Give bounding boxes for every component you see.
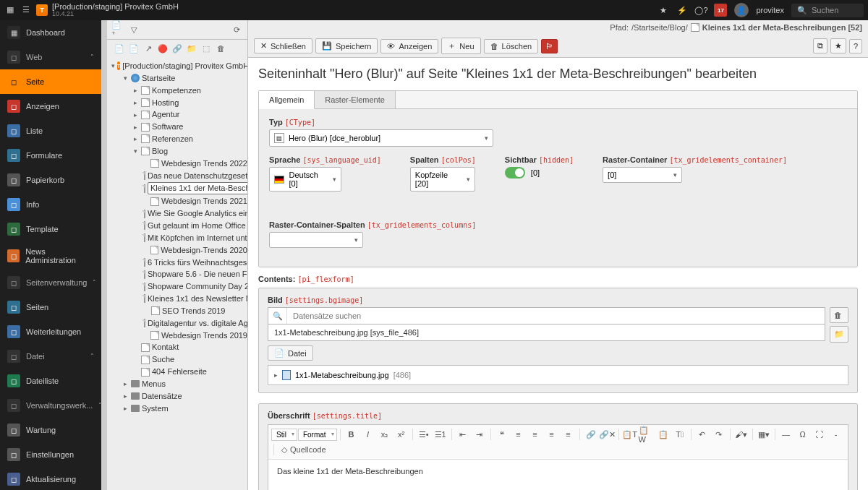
tree-node[interactable]: ▸Hosting — [109, 97, 247, 109]
italic-icon[interactable]: I — [360, 427, 376, 442]
toggle-icon[interactable]: ▸ — [132, 134, 139, 143]
align-right-icon[interactable]: ≡ — [544, 427, 560, 442]
module-group-datei[interactable]: ◻Datei˄ — [0, 344, 101, 369]
tree-node[interactable]: ▸Referenzen — [109, 133, 247, 145]
splitter[interactable] — [101, 20, 107, 490]
image-browse-button[interactable]: 📁 — [830, 326, 848, 343]
flash-icon[interactable]: ⚡ — [676, 4, 688, 16]
tree-node[interactable]: Webdesign Trends 2022 — [109, 158, 247, 170]
tree-node[interactable]: Webdesign Trends 2019 — [109, 330, 247, 342]
image-delete-button[interactable]: 🗑 — [830, 307, 848, 323]
module-item[interactable]: ◻Template — [0, 217, 101, 241]
star-icon[interactable]: ★ — [658, 4, 669, 16]
image-search[interactable]: 🔍 — [268, 307, 825, 324]
apps-icon[interactable]: ▦ — [4, 4, 16, 16]
tree-node[interactable]: Wie Sie Google Analytics einricht — [109, 207, 247, 220]
source-button[interactable]: ◇ Quellcode — [277, 442, 331, 457]
grid-container-select[interactable]: [0] — [603, 167, 682, 183]
tree-node[interactable]: ▸Datensätze — [109, 390, 247, 403]
quote-icon[interactable]: ❝ — [494, 427, 510, 442]
toggle-icon[interactable]: ▾ — [132, 147, 139, 155]
toggle-icon[interactable]: ▸ — [122, 379, 129, 388]
global-search[interactable]: 🔍 Suchen — [791, 4, 864, 17]
rte-style-select[interactable]: Stil — [271, 429, 297, 441]
tab-general[interactable]: Allgemein — [259, 91, 315, 109]
toggle-icon[interactable]: ▸ — [132, 123, 139, 132]
link-icon[interactable]: 🔗 — [583, 427, 599, 442]
remove-format-icon[interactable]: Tͯ — [672, 427, 688, 442]
module-item[interactable]: ◻News Administration — [0, 241, 101, 270]
toggle-icon[interactable]: ▸ — [122, 392, 129, 400]
module-item[interactable]: ◻Aktualisierung — [0, 467, 101, 490]
tree-new-icon[interactable]: 📄⁺ — [111, 23, 124, 36]
tree-node[interactable]: Shopware Community Day 2019 — [109, 280, 247, 293]
module-item[interactable]: ◻Weiterleitungen — [0, 319, 101, 344]
columns-select[interactable]: Kopfzeile [20] — [410, 167, 475, 192]
tab-grid[interactable]: Raster-Elemente — [315, 91, 396, 108]
tree-refresh-icon[interactable]: ⟳ — [230, 23, 243, 36]
rte-format-select[interactable]: Format — [298, 429, 337, 441]
table-icon[interactable]: ▦▾ — [756, 427, 772, 442]
help-icon[interactable]: ◯? — [695, 4, 707, 16]
tree-node[interactable]: Kontakt — [109, 341, 247, 353]
tree-node[interactable]: Shopware 5.6 - Die neuen Featur — [109, 268, 247, 280]
translation-button[interactable]: 🏳 — [541, 39, 558, 53]
image-file-value[interactable]: 1x1-Metabeschreibung.jpg [sys_file_486] — [268, 324, 825, 341]
paste-word-icon[interactable]: 📋W — [639, 427, 655, 442]
page-shortcut-icon[interactable]: ↗ — [142, 43, 155, 54]
tree-node[interactable]: Kleines 1x1 des Newsletter Mark — [109, 293, 247, 305]
tree-node[interactable]: ▾Blog — [109, 145, 247, 158]
page-backend-icon[interactable]: 📄 — [127, 43, 140, 54]
tree-node[interactable]: Suche — [109, 353, 247, 366]
toggle-icon[interactable]: ▸ — [132, 86, 139, 95]
tree-node[interactable]: ▸Kompetenzen — [109, 85, 247, 97]
paste-text-icon[interactable]: 📋T — [622, 427, 638, 442]
delete-button[interactable]: 🗑Löschen — [484, 39, 539, 53]
visible-toggle[interactable] — [505, 167, 525, 179]
tree-node[interactable]: ▸Menus — [109, 378, 247, 390]
save-button[interactable]: 💾Speichern — [315, 38, 378, 53]
outdent-icon[interactable]: ⇤ — [455, 427, 471, 442]
page-recycle-icon[interactable]: 🗑 — [214, 43, 227, 54]
tree-node[interactable]: Das neue Datenschutzgesetz: TT — [109, 170, 247, 182]
type-select[interactable]: ▤ Hero (Blur) [dce_heroblur] — [269, 129, 493, 147]
user-avatar-icon[interactable]: 👤 — [734, 3, 749, 17]
module-item[interactable]: ◻Liste — [0, 119, 101, 143]
username[interactable]: provitex — [756, 6, 784, 14]
toggle-icon[interactable]: ▸ — [132, 98, 139, 107]
tree-node[interactable]: Mit Köpfchen im Internet unterw — [109, 232, 247, 244]
hr-icon[interactable]: — — [778, 427, 794, 442]
module-item[interactable]: ◻Dateiliste — [0, 369, 101, 393]
rte-content[interactable]: Das kleine 1x1 der Meta-Beschreibungen — [268, 460, 848, 490]
unlink-icon[interactable]: 🔗✕ — [600, 427, 616, 442]
module-group-web[interactable]: ◻Web˄ — [0, 45, 101, 69]
bold-icon[interactable]: B — [344, 427, 359, 442]
tree-node[interactable]: Digitalagentur vs. digitale Agentu — [109, 317, 247, 330]
redo-icon[interactable]: ↷ — [711, 427, 727, 442]
fullscreen-icon[interactable]: ⛶ — [812, 427, 827, 442]
close-button[interactable]: ✕Schließen — [254, 38, 312, 53]
tree-node[interactable]: ▾Startseite — [109, 72, 247, 85]
align-left-icon[interactable]: ≡ — [511, 427, 527, 442]
paste-icon[interactable]: 📋 — [655, 427, 671, 442]
tree-root[interactable]: ▾T[Production/staging] Provitex GmbH — [109, 60, 247, 72]
attached-file[interactable]: ▸ 1x1-Metabeschreibung.jpg [486] — [268, 365, 848, 385]
view-button[interactable]: 👁Anzeigen — [380, 39, 438, 53]
list-number-icon[interactable]: ☰1 — [433, 427, 448, 442]
superscript-icon[interactable]: x² — [393, 427, 409, 442]
indent-icon[interactable]: ⇥ — [472, 427, 488, 442]
module-group-seitenverwaltung[interactable]: ◻Seitenverwaltung˄ — [0, 270, 101, 295]
file-picker-button[interactable]: 📄Datei — [268, 345, 313, 361]
tree-node[interactable]: ▸System — [109, 403, 247, 415]
softhyphen-icon[interactable]: - — [828, 427, 844, 442]
module-item[interactable]: ◻Anzeigen — [0, 94, 101, 119]
module-item[interactable]: ◻Papierkorb — [0, 168, 101, 192]
align-justify-icon[interactable]: ≡ — [561, 427, 576, 442]
module-item[interactable]: ◻Einstellungen — [0, 442, 101, 467]
module-item[interactable]: ◻Info — [0, 192, 101, 217]
module-item[interactable]: ◻Seite — [0, 69, 101, 94]
tree-node[interactable]: Webdesign-Trends 2020 — [109, 244, 247, 257]
calendar-icon[interactable]: 17 — [714, 4, 727, 17]
help-button[interactable]: ? — [849, 39, 862, 53]
tree-node[interactable]: SEO Trends 2019 — [109, 305, 247, 317]
